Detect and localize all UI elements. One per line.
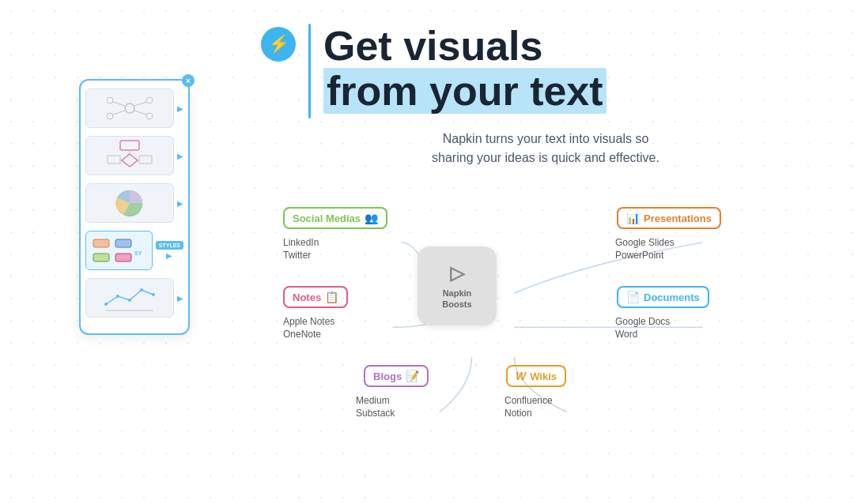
sidebar-item-piechart[interactable]: ▶: [85, 183, 183, 223]
svg-rect-18: [115, 239, 131, 247]
node-blogs: Blogs 📝: [364, 365, 429, 387]
node-notes: Notes 📋: [283, 286, 348, 308]
svg-text:SY: SY: [134, 250, 142, 256]
lightning-icon: ⚡: [261, 27, 296, 62]
sub-onenote: OneNote: [283, 329, 334, 340]
presentations-icon: 📊: [626, 212, 640, 224]
center-node-label: NapkinBoosts: [442, 288, 471, 310]
sidebar-item-styles[interactable]: SY STYLES ▶: [85, 231, 183, 270]
node-presentations: 📊 Presentations: [617, 207, 721, 229]
header-area: ⚡ Get visuals from your text: [261, 24, 830, 118]
arrow-piechart: ▶: [177, 199, 183, 208]
sub-google-slides: Google Slides: [615, 237, 675, 248]
svg-rect-12: [139, 156, 152, 164]
social-icon: 👥: [365, 212, 378, 224]
sub-blogs: Medium Substack: [356, 395, 395, 419]
node-wikis: W Wikis: [506, 365, 566, 387]
center-play-icon: ▷: [450, 262, 464, 284]
sidebar-item-linechart[interactable]: ▶: [85, 278, 183, 318]
blogs-icon: 📝: [406, 370, 419, 382]
thumb-mindmap: [85, 88, 174, 128]
sub-social: LinkedIn Twitter: [283, 237, 319, 261]
subtitle-text: Napkin turns your text into visuals sosh…: [261, 130, 830, 167]
svg-line-6: [113, 111, 125, 115]
arrow-styles: ▶: [166, 251, 172, 260]
svg-rect-11: [108, 156, 120, 164]
close-button[interactable]: ×: [182, 74, 195, 87]
svg-line-5: [113, 102, 125, 106]
svg-marker-10: [122, 154, 138, 167]
svg-point-24: [116, 295, 119, 298]
sub-notion: Notion: [504, 408, 553, 419]
headline-line1: Get visuals: [323, 24, 606, 69]
sub-documents: Google Docs Word: [615, 316, 670, 340]
svg-rect-17: [93, 239, 109, 247]
headline-block: Get visuals from your text: [323, 24, 606, 114]
mindmap-area: Social Medias 👥 LinkedIn Twitter Notes 📋…: [261, 183, 830, 488]
headline-line2: from your text: [323, 69, 606, 114]
svg-point-27: [152, 293, 155, 296]
sub-substack: Substack: [356, 408, 395, 419]
sub-linkedin: LinkedIn: [283, 237, 319, 248]
sub-twitter: Twitter: [283, 250, 319, 261]
sub-presentations: Google Slides PowerPoint: [615, 237, 675, 261]
svg-line-8: [134, 111, 146, 115]
svg-point-26: [140, 288, 143, 291]
arrow-linechart: ▶: [177, 294, 183, 303]
notes-icon: 📋: [325, 291, 338, 303]
svg-point-2: [107, 113, 113, 119]
thumb-flowchart: [85, 136, 174, 175]
thumb-styles: SY: [85, 231, 153, 270]
svg-point-23: [104, 303, 108, 306]
sub-confluence: Confluence: [504, 395, 553, 406]
headline-text-line1: Get visuals: [323, 23, 542, 69]
page-wrapper: × ▶: [0, 0, 854, 504]
svg-point-1: [107, 97, 113, 103]
center-node: ▷ NapkinBoosts: [418, 246, 497, 325]
svg-rect-9: [120, 141, 139, 150]
sub-powerpoint: PowerPoint: [615, 250, 675, 261]
sidebar-item-mindmap[interactable]: ▶: [85, 88, 183, 128]
sub-apple-notes: Apple Notes: [283, 316, 334, 327]
arrow-mindmap: ▶: [177, 104, 183, 113]
right-content: ⚡ Get visuals from your text Napkin turn…: [253, 0, 854, 504]
svg-line-7: [134, 102, 146, 106]
svg-point-4: [146, 113, 153, 119]
thumb-piechart: [85, 183, 174, 223]
wikis-w-icon: W: [516, 370, 526, 382]
styles-badge: STYLES: [156, 241, 183, 250]
sub-notes: Apple Notes OneNote: [283, 316, 334, 340]
svg-rect-19: [93, 254, 109, 261]
svg-point-3: [146, 97, 153, 103]
vertical-divider: [308, 24, 311, 118]
sidebar-mockup: × ▶: [79, 79, 190, 335]
headline-highlight: from your text: [323, 68, 606, 114]
sidebar-item-flowchart[interactable]: ▶: [85, 136, 183, 175]
left-panel: × ▶: [0, 0, 253, 504]
node-social-medias: Social Medias 👥: [283, 207, 387, 229]
thumb-linechart: [85, 278, 174, 318]
sub-wikis: Confluence Notion: [504, 395, 553, 419]
sub-google-docs: Google Docs: [615, 316, 670, 327]
arrow-flowchart: ▶: [177, 152, 183, 160]
node-documents: 📄 Documents: [617, 286, 709, 308]
svg-point-0: [125, 103, 134, 113]
sub-word: Word: [615, 329, 670, 340]
documents-icon: 📄: [626, 291, 640, 303]
svg-point-25: [128, 299, 131, 302]
sub-medium: Medium: [356, 395, 395, 406]
svg-rect-20: [115, 254, 131, 261]
